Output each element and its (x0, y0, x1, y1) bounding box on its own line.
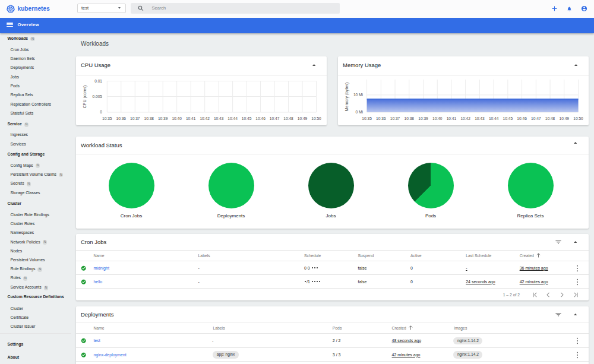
svg-text:10:35: 10:35 (362, 116, 372, 121)
svg-text:0: 0 (100, 110, 102, 114)
svg-text:10:44: 10:44 (489, 116, 499, 121)
svg-text:10:40: 10:40 (432, 116, 443, 121)
svg-text:0 Mi: 0 Mi (356, 110, 364, 114)
svg-text:10:44: 10:44 (228, 116, 238, 121)
svg-text:Memory (bytes): Memory (bytes) (345, 82, 349, 111)
svg-text:10:40: 10:40 (172, 116, 182, 121)
svg-text:10:43: 10:43 (475, 116, 485, 121)
svg-text:10:49: 10:49 (560, 116, 570, 121)
svg-text:10:50: 10:50 (573, 116, 583, 121)
svg-text:10:42: 10:42 (200, 116, 210, 121)
svg-text:10:37: 10:37 (390, 116, 400, 121)
svg-text:10:36: 10:36 (376, 116, 386, 121)
svg-text:0.005: 0.005 (92, 94, 102, 98)
svg-text:10 Mi: 10 Mi (353, 93, 364, 97)
svg-text:10:39: 10:39 (158, 116, 168, 121)
svg-text:10:41: 10:41 (447, 116, 457, 121)
svg-text:10:45: 10:45 (242, 116, 252, 121)
svg-text:10:46: 10:46 (517, 116, 527, 121)
svg-text:10:41: 10:41 (186, 116, 196, 121)
svg-text:10:43: 10:43 (214, 116, 224, 121)
svg-text:10:45: 10:45 (503, 116, 513, 121)
svg-text:10:49: 10:49 (298, 116, 308, 121)
svg-text:10:36: 10:36 (116, 116, 127, 121)
svg-text:10:47: 10:47 (531, 116, 541, 121)
svg-text:10:47: 10:47 (270, 116, 280, 121)
svg-text:10:50: 10:50 (311, 116, 321, 121)
svg-text:10:46: 10:46 (255, 116, 266, 121)
svg-text:10:42: 10:42 (460, 116, 470, 121)
svg-text:10:48: 10:48 (283, 116, 293, 121)
svg-text:10:38: 10:38 (405, 116, 415, 121)
svg-text:CPU (cores): CPU (cores) (83, 85, 87, 108)
svg-text:10:37: 10:37 (130, 116, 140, 121)
svg-text:0.01: 0.01 (94, 78, 102, 83)
svg-text:10:35: 10:35 (102, 116, 112, 121)
svg-text:10:39: 10:39 (418, 116, 428, 121)
svg-text:10:48: 10:48 (545, 116, 555, 121)
svg-text:10:38: 10:38 (144, 116, 154, 121)
